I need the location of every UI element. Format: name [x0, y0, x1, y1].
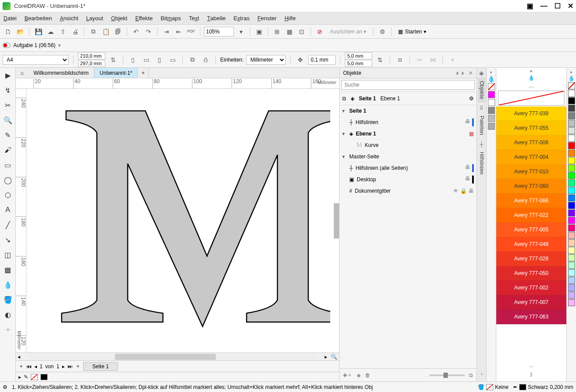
- avery-swatch-11[interactable]: Avery 777-050: [496, 266, 566, 281]
- drawing-canvas[interactable]: [26, 89, 339, 352]
- menu-effekte[interactable]: Effekte: [135, 15, 153, 22]
- paste-button[interactable]: 📋: [100, 26, 111, 37]
- zoom-input[interactable]: [204, 27, 234, 37]
- avery-swatch-4[interactable]: Avery 777-010: [496, 165, 566, 179]
- avery-swatch-14[interactable]: Avery 777-063: [496, 310, 566, 324]
- default-swatch-24[interactable]: [568, 269, 575, 276]
- avery-swatch-6[interactable]: Avery 777-066: [496, 194, 566, 208]
- dup-y-input[interactable]: [345, 60, 372, 67]
- rulers-button[interactable]: ⊞: [272, 26, 282, 37]
- page-width-input[interactable]: [78, 52, 105, 59]
- freehand-tool[interactable]: ✎: [2, 129, 14, 141]
- menu-datei[interactable]: Datei: [4, 15, 17, 22]
- default-swatch-14[interactable]: [568, 194, 575, 201]
- avery-swatch-8[interactable]: Avery 777-005: [496, 223, 566, 237]
- vertical-scrollbar-thumb[interactable]: [334, 203, 339, 238]
- menu-bearbeiten[interactable]: Bearbeiten: [25, 15, 52, 22]
- objects-search-input[interactable]: [341, 80, 475, 90]
- default-swatch-3[interactable]: [568, 112, 575, 119]
- tree-guides-all-row[interactable]: ┼Hilfslinien (alle Seiten)🖶: [340, 162, 476, 174]
- zoom-page-icon[interactable]: 🔍: [329, 354, 339, 360]
- snap-to-dropdown[interactable]: Ausrichten an ▾: [327, 26, 369, 37]
- avery-swatch-0[interactable]: Avery 777-039: [496, 106, 566, 121]
- page-height-input[interactable]: [78, 60, 105, 67]
- default-swatch-2[interactable]: [568, 105, 575, 112]
- default-palette-menu-icon[interactable]: ▸: [570, 70, 572, 74]
- default-swatch-21[interactable]: [568, 247, 575, 254]
- open-button[interactable]: 📂: [15, 26, 26, 37]
- zoom-tool[interactable]: 🔍: [2, 114, 14, 126]
- avery-scroll-down[interactable]: ﹀: [529, 364, 534, 371]
- last-page-button[interactable]: ⏭: [67, 363, 73, 370]
- artistic-media-tool[interactable]: 🖌: [2, 144, 14, 156]
- default-eyedropper-icon[interactable]: 💧: [568, 75, 575, 81]
- avery-none-swatch[interactable]: [498, 91, 565, 106]
- default-swatch-13[interactable]: [568, 187, 575, 194]
- avery-swatch-13[interactable]: Avery 777-007: [496, 295, 566, 310]
- tree-master-row[interactable]: ▾Master-Seite: [340, 151, 476, 162]
- default-swatch-8[interactable]: [568, 150, 575, 157]
- dropshadow-tool[interactable]: ◫: [2, 249, 14, 260]
- fill-tool[interactable]: 🪣: [2, 294, 14, 305]
- tab-objekte[interactable]: Objekte: [478, 77, 486, 103]
- cloud-up-icon[interactable]: ⇧: [58, 26, 68, 37]
- ellipse-tool[interactable]: ◯: [2, 174, 14, 186]
- default-swatch-22[interactable]: [568, 254, 575, 261]
- doc-swatch-5[interactable]: [488, 123, 495, 130]
- avery-swatch-3[interactable]: Avery 777-004: [496, 150, 566, 165]
- delete-layer-button[interactable]: 🗑: [365, 372, 370, 378]
- nudge-input[interactable]: [308, 55, 336, 65]
- tree-guides-row[interactable]: ┼Hilfslinien🖶: [340, 117, 476, 128]
- weld-icon[interactable]: ⋈: [428, 55, 438, 65]
- default-swatch-19[interactable]: [568, 232, 575, 239]
- layer-stack-icon[interactable]: ◈: [351, 95, 354, 102]
- default-swatch-18[interactable]: [568, 224, 575, 231]
- grid-button[interactable]: ▦: [284, 26, 295, 37]
- welcome-tab[interactable]: Willkommensbildschirm: [28, 68, 94, 78]
- window-extra-icon[interactable]: ▣: [527, 2, 533, 10]
- tree-docgrid-row[interactable]: #Dokumentgitter👁🔒🖶: [340, 185, 476, 197]
- default-swatch-10[interactable]: [568, 165, 575, 172]
- avery-swatch-10[interactable]: Avery 777-026: [496, 252, 566, 266]
- save-button[interactable]: 💾: [33, 26, 44, 37]
- docker-icon[interactable]: ◈: [479, 70, 484, 77]
- connector-tool[interactable]: ↘: [2, 234, 14, 245]
- opacity-slider[interactable]: [429, 374, 465, 376]
- dup-spin-icon[interactable]: ⇅: [375, 55, 385, 65]
- maximize-button[interactable]: ☐: [554, 2, 561, 10]
- add-docker-button[interactable]: ＋: [479, 370, 484, 378]
- menu-bitmaps[interactable]: Bitmaps: [161, 15, 181, 22]
- avery-swatch-7[interactable]: Avery 777-022: [496, 208, 566, 223]
- doc-swatch-1[interactable]: [488, 91, 495, 98]
- add-button[interactable]: ＋: [447, 55, 458, 65]
- new-layer-button[interactable]: ◈＋: [343, 371, 352, 379]
- default-swatch-1[interactable]: [568, 97, 575, 104]
- tree-desktop-row[interactable]: ▣Desktop🖶: [340, 174, 476, 185]
- page-portrait-button[interactable]: ▯: [154, 55, 165, 65]
- default-swatch-12[interactable]: [568, 180, 575, 187]
- options-button[interactable]: ⚙: [377, 26, 388, 37]
- polygon-tool[interactable]: ⬡: [2, 189, 14, 201]
- breadcrumb-page[interactable]: Seite 1: [359, 95, 376, 102]
- page-tab[interactable]: Seite 1: [83, 362, 118, 371]
- tab-paletten[interactable]: Paletten: [478, 112, 486, 139]
- default-swatch-20[interactable]: [568, 239, 575, 246]
- dimension-tool[interactable]: ╱: [2, 219, 14, 231]
- default-swatch-25[interactable]: [568, 277, 575, 284]
- horizontal-scrollbar[interactable]: ◂ ▸ 🔍: [16, 352, 339, 360]
- crop-icon[interactable]: ⧈: [395, 55, 405, 65]
- avery-swatch-2[interactable]: Avery 777-006: [496, 136, 566, 150]
- doc-swatch-2[interactable]: [488, 99, 495, 106]
- letter-m-curve[interactable]: [40, 93, 330, 340]
- default-swatch-17[interactable]: [568, 217, 575, 224]
- clipboard-icon[interactable]: 🗐: [113, 26, 123, 37]
- palette-icon[interactable]: ⠿: [480, 105, 484, 111]
- default-swatch-6[interactable]: [568, 135, 575, 142]
- new-doc-button[interactable]: 🗋: [3, 26, 13, 37]
- smart-fill-tool[interactable]: ◐: [2, 309, 14, 320]
- guides-button[interactable]: ⊡: [296, 26, 307, 37]
- menu-objekt[interactable]: Objekt: [111, 15, 127, 22]
- doc-swatch-none[interactable]: [488, 83, 495, 90]
- crop-tool[interactable]: ✂: [2, 99, 14, 111]
- menu-extras[interactable]: Extras: [233, 15, 249, 22]
